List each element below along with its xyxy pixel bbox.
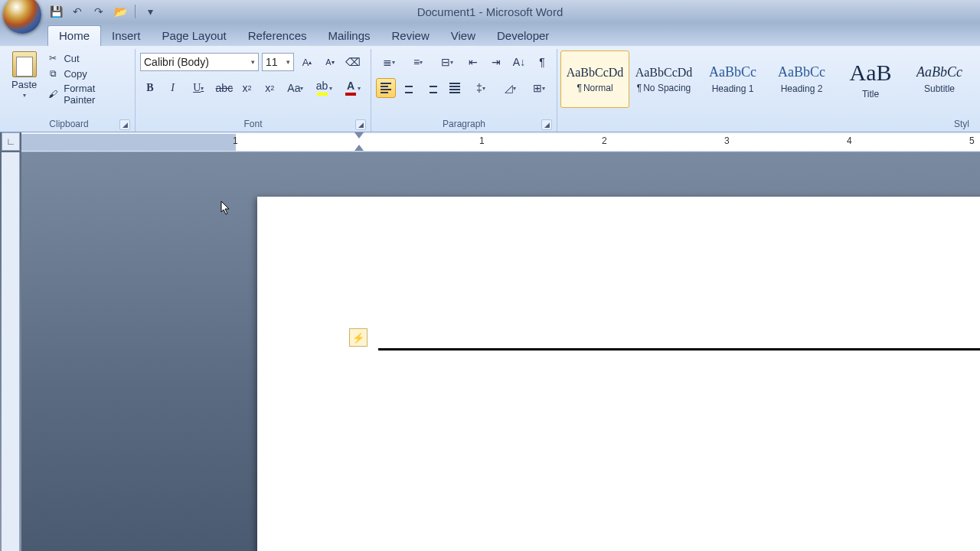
group-font: Calibri (Body) ▾ 11 ▾ A▴ A▾ ⌫ B I U ▾ ab… [136,49,371,132]
horizontal-ruler[interactable]: 1 1 2 3 4 5 [21,132,980,152]
align-center-button[interactable] [399,78,419,98]
subscript-button[interactable]: x2 [237,78,257,98]
grow-font-button[interactable]: A▴ [297,52,317,72]
numbering-button[interactable]: ≡▾ [405,52,431,72]
tab-view[interactable]: View [440,26,486,46]
ruler-num: 1 [233,135,238,146]
font-color-button[interactable]: A ▾ [340,78,366,98]
font-launcher-icon[interactable]: ◢ [355,119,366,130]
ruler-num: 1 [479,135,485,146]
justify-button[interactable] [445,78,465,98]
style-name-label: Heading 1 [712,83,754,94]
style-tile-title[interactable]: AaBTitle [836,51,905,108]
change-case-button[interactable]: Aa ▾ [283,78,309,98]
style-preview: AaBbCc [709,64,756,80]
cut-button[interactable]: ✂ Cut [47,52,129,64]
qat-redo-icon[interactable]: ↷ [90,3,107,20]
pilcrow-icon: ¶ [637,83,642,93]
align-left-icon [381,83,391,93]
font-size-combo[interactable]: 11 ▾ [262,53,294,71]
tab-references[interactable]: References [237,26,318,46]
horizontal-rule [378,348,980,350]
indent-icon: ⇥ [492,56,501,68]
style-tile-no-spacing[interactable]: AaBbCcDd¶No Spacing [629,51,698,108]
sort-button[interactable]: A↓ [509,52,529,72]
decrease-indent-button[interactable]: ⇤ [463,52,483,72]
shrink-font-button[interactable]: A▾ [320,52,340,72]
font-group-label: Font [243,119,262,129]
highlight-button[interactable]: ab ▾ [312,78,338,98]
first-line-indent-marker[interactable] [354,132,364,140]
pilcrow-icon: ¶ [577,83,581,93]
show-marks-button[interactable]: ¶ [532,52,552,72]
quick-access-toolbar: 💾 ↶ ↷ 📂 ▾ [47,0,158,23]
style-tile-normal[interactable]: AaBbCcDd¶Normal [560,51,629,108]
format-painter-button[interactable]: 🖌 Format Painter [47,83,129,106]
autocorrect-options-button[interactable]: ⚡ [349,328,368,347]
tab-review[interactable]: Review [381,26,440,46]
align-right-icon [426,83,437,93]
tab-selector-button[interactable]: ∟ [2,132,20,151]
ribbon-tabs: Home Insert Page Layout References Maili… [0,23,980,46]
align-right-button[interactable] [422,78,442,98]
borders-button[interactable]: ⊞▾ [526,78,552,98]
style-tile-subtitle[interactable]: AaBbCcSubtitle [905,51,974,108]
tab-developer[interactable]: Developer [486,26,560,46]
qat-undo-icon[interactable]: ↶ [69,3,86,20]
qat-save-icon[interactable]: 💾 [47,3,64,20]
tab-insert[interactable]: Insert [101,26,152,46]
document-page[interactable]: ⚡ [257,197,980,551]
style-name-label: Heading 2 [781,83,823,94]
styles-group-label: Styl [954,119,969,129]
font-size-value: 11 [266,56,278,68]
bold-button[interactable]: B [140,78,160,98]
paste-dropdown-icon[interactable]: ▾ [23,92,26,99]
increase-indent-button[interactable]: ⇥ [486,52,506,72]
paste-button[interactable]: Paste ▾ [6,49,42,116]
hanging-indent-marker[interactable] [354,145,364,152]
font-name-combo[interactable]: Calibri (Body) ▾ [140,53,259,71]
style-preview: AaB [850,60,892,86]
clear-formatting-button[interactable]: ⌫ [343,52,363,72]
qat-open-icon[interactable]: 📂 [112,3,129,20]
font-name-value: Calibri (Body) [144,56,209,68]
line-spacing-button[interactable]: ‡▾ [468,78,494,98]
tab-mailings[interactable]: Mailings [318,26,381,46]
superscript-button[interactable]: x2 [260,78,279,98]
paste-icon [12,51,37,77]
italic-button[interactable]: I [163,78,183,98]
paragraph-launcher-icon[interactable]: ◢ [541,119,552,130]
ruler-num: 2 [602,135,607,146]
copy-button[interactable]: ⧉ Copy [47,67,129,80]
style-name-label: Title [862,89,879,99]
qat-divider [135,5,136,18]
lightning-icon: ⚡ [352,332,364,344]
ruler-num: 4 [847,135,852,146]
workspace: ∟ 1 1 2 3 4 5 ⚡ [0,132,980,551]
vertical-ruler[interactable] [2,152,20,551]
style-preview: AaBbCcDd [635,66,693,80]
strikethrough-button[interactable]: abc [214,78,234,98]
tab-home[interactable]: Home [47,25,101,46]
style-preview: AaBbCc [778,64,825,80]
style-preview: AaBbCc [916,64,962,80]
borders-icon: ⊞ [533,82,542,94]
style-tile-heading-1[interactable]: AaBbCcHeading 1 [698,51,767,108]
paste-label: Paste [11,79,37,90]
align-center-icon [403,83,414,93]
shading-button[interactable]: ◿▾ [497,78,523,98]
style-tile-heading-2[interactable]: AaBbCcHeading 2 [767,51,836,108]
style-preview: AaBbCcDd [567,66,624,80]
pilcrow-icon: ¶ [539,56,545,68]
bullets-button[interactable]: ≣▾ [376,52,402,72]
document-background: ⚡ [21,152,980,551]
ruler-num: 5 [969,135,975,146]
underline-button[interactable]: U ▾ [185,78,211,98]
style-name-label: Subtitle [924,83,955,94]
clipboard-launcher-icon[interactable]: ◢ [119,119,130,130]
multilevel-list-button[interactable]: ⊟▾ [434,52,460,72]
align-left-button[interactable] [376,78,396,98]
qat-customize-icon[interactable]: ▾ [142,3,158,20]
paint-bucket-icon: ◿ [505,82,513,94]
tab-page-layout[interactable]: Page Layout [152,26,237,46]
